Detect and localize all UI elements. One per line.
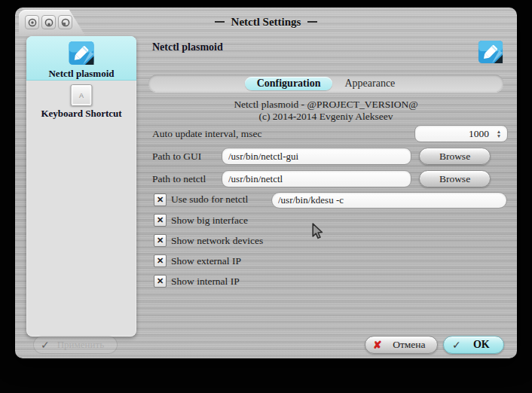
apply-label: Применить — [57, 339, 104, 351]
title-dash-right — [307, 21, 317, 23]
red-x-icon: ✘ — [373, 339, 382, 352]
sidebar-item-netctl-plasmoid[interactable]: Netctl plasmoid — [26, 36, 136, 81]
show-network-devices-checkbox[interactable]: ✕ — [154, 234, 167, 247]
about-line-1: Netctl plasmoid - @PROJECT_VERSION@ — [148, 99, 503, 111]
settings-window: Netctl Settings Netctl plasmoid — [15, 8, 517, 358]
page-title: Netctl plasmoid — [152, 41, 223, 53]
netctl-path-label: Path to netctl — [152, 173, 206, 185]
pencil-icon — [478, 39, 503, 65]
sidebar-item-keyboard-shortcut[interactable]: A Keyboard Shortcut — [26, 80, 136, 122]
checkbox-x-icon: ✕ — [157, 257, 164, 265]
spinner-arrows[interactable]: ▲ ▼ — [494, 129, 507, 139]
tab-appearance[interactable]: Appearance — [332, 77, 407, 90]
about-line-2: (c) 2014-2014 Evgeniy Alekseev — [148, 111, 503, 123]
checkbox-x-icon: ✕ — [157, 216, 164, 224]
show-internal-ip-checkbox[interactable]: ✕ — [154, 275, 167, 288]
titlebar: Netctl Settings — [15, 8, 517, 36]
tab-configuration[interactable]: Configuration — [245, 77, 333, 90]
show-big-interface-label: Show big interface — [171, 215, 248, 227]
edit-pencil-button[interactable] — [478, 39, 503, 65]
gui-browse-button[interactable]: Browse — [419, 148, 491, 165]
show-external-ip-label: Show external IP — [171, 255, 241, 267]
gui-path-label: Path to GUI — [152, 151, 201, 163]
pencil-icon — [68, 40, 96, 69]
netctl-browse-button[interactable]: Browse — [419, 170, 491, 187]
gui-path-input[interactable] — [222, 148, 411, 165]
key-letter: A — [79, 92, 84, 99]
interval-spinbox[interactable]: 1000 ▲ ▼ — [414, 125, 508, 142]
ok-button[interactable]: ✓ OK — [443, 336, 504, 354]
interval-value: 1000 — [415, 128, 494, 140]
tabbar: Configuration Appearance — [148, 75, 503, 92]
check-icon: ✓ — [452, 339, 461, 352]
mouse-cursor — [311, 223, 323, 239]
sidebar: Netctl plasmoid A Keyboard Shortcut — [26, 36, 136, 337]
sidebar-item-label: Keyboard Shortcut — [26, 108, 136, 120]
show-big-interface-checkbox[interactable]: ✕ — [154, 214, 167, 227]
ok-label: OK — [468, 339, 495, 351]
apply-button-disabled[interactable]: ✓ Применить — [33, 336, 118, 354]
sudo-checkbox[interactable]: ✕ — [154, 193, 167, 206]
show-internal-ip-label: Show internal IP — [171, 276, 240, 288]
check-icon: ✓ — [41, 339, 50, 352]
show-external-ip-checkbox[interactable]: ✕ — [154, 254, 167, 267]
netctl-path-input[interactable] — [222, 170, 411, 187]
show-network-devices-label: Show network devices — [171, 235, 263, 247]
sudo-label: Use sudo for netctl — [171, 193, 248, 206]
spin-down-icon[interactable]: ▼ — [497, 134, 501, 139]
window-title: Netctl Settings — [231, 16, 301, 29]
interval-label: Auto update interval, msec — [152, 128, 261, 140]
cancel-button[interactable]: ✘ Отмена — [365, 336, 438, 354]
title-dash-left — [215, 21, 225, 23]
sidebar-item-label: Netctl plasmoid — [26, 68, 136, 80]
checkbox-x-icon: ✕ — [157, 236, 164, 245]
cancel-label: Отмена — [389, 339, 430, 351]
checkbox-x-icon: ✕ — [157, 277, 164, 285]
checkbox-x-icon: ✕ — [157, 196, 164, 204]
sudo-command-input[interactable] — [271, 192, 507, 209]
keyboard-key-icon: A — [71, 84, 93, 106]
